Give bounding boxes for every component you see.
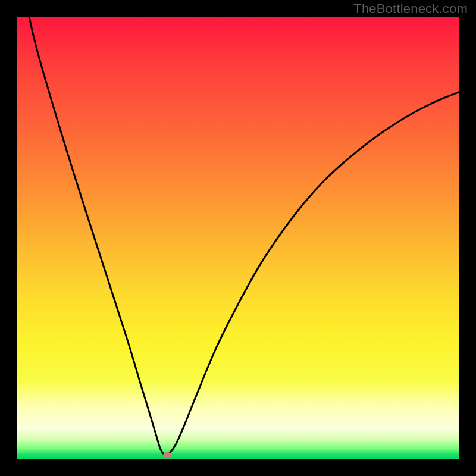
watermark-text: TheBottleneck.com <box>353 1 468 17</box>
plot-area <box>17 17 459 459</box>
chart-frame: TheBottleneck.com <box>0 0 476 476</box>
bottleneck-curve <box>17 17 459 459</box>
optimal-point-marker <box>163 452 171 458</box>
